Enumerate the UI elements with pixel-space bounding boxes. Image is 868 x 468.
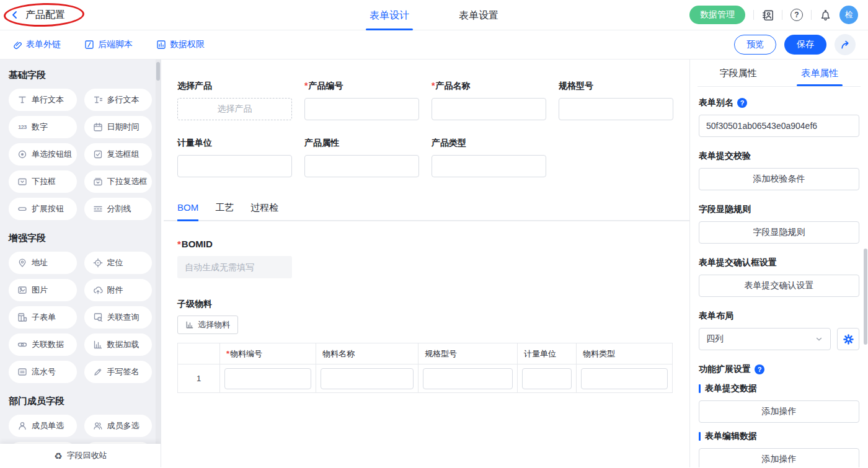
tab-工艺[interactable]: 工艺 <box>215 202 234 221</box>
inspector-button-表单提交确认设置[interactable]: 表单提交确认设置 <box>699 275 859 297</box>
divider-icon <box>93 204 103 214</box>
field-label-text: 产品名称 <box>435 81 470 91</box>
inspector-tab-字段属性[interactable]: 字段属性 <box>698 60 779 86</box>
palette-item-扩展按钮[interactable]: 扩展按钮 <box>9 198 77 220</box>
palette-item-下拉复选框[interactable]: 下拉复选框 <box>84 170 153 193</box>
palette-item-数据加载[interactable]: 数据加载 <box>84 333 153 356</box>
field-label-text: 产品编号 <box>308 81 343 91</box>
subtable-column-header: 物料类型 <box>577 343 673 364</box>
toolbar-link-表单外链[interactable]: 表单外链 <box>12 39 61 50</box>
breadcrumb[interactable]: 产品配置 <box>10 9 65 22</box>
header-tab-表单设计[interactable]: 表单设计 <box>367 0 412 30</box>
add-operation-button[interactable]: 添加操作 <box>699 400 859 423</box>
back-icon[interactable] <box>10 10 20 20</box>
help-icon[interactable]: ? <box>790 9 803 21</box>
palette-item-数字[interactable]: 123数字 <box>9 116 77 138</box>
palette-item-分割线[interactable]: 分割线 <box>84 198 153 220</box>
contacts-icon[interactable] <box>762 9 774 21</box>
cell-input-物料名称[interactable] <box>321 368 414 389</box>
palette-item-关联数据[interactable]: 关联数据 <box>9 333 77 356</box>
data-manage-button[interactable]: 数据管理 <box>689 6 745 24</box>
palette-item-多行文本[interactable]: 多行文本 <box>84 89 153 111</box>
field-label: 规格型号 <box>559 81 673 92</box>
header-tabs: 表单设计表单设置 <box>367 0 501 30</box>
chevron-down-icon <box>815 335 823 343</box>
toolbar-link-后端脚本[interactable]: 后端脚本 <box>84 39 133 50</box>
palette-item-label: 下拉复选框 <box>107 176 148 187</box>
palette-item-地址[interactable]: 地址 <box>9 252 77 274</box>
cell-input-物料类型[interactable] <box>581 368 668 389</box>
palette-item-下拉框[interactable]: 下拉框 <box>9 170 77 193</box>
palette-section-title: 增强字段 <box>9 232 152 244</box>
pick-material-button[interactable]: 选择物料 <box>177 316 238 334</box>
cell-input-规格型号[interactable] <box>423 368 513 389</box>
palette-item-流水号[interactable]: 流水号 <box>9 361 77 383</box>
field-palette-sidebar: 基础字段单行文本多行文本123数字日期时间单选按钮组复选框组下拉框下拉复选框扩展… <box>0 60 161 467</box>
field-input-产品属性[interactable] <box>304 155 419 177</box>
cell-input-计量单位[interactable] <box>522 368 572 389</box>
select-product-button[interactable]: 选择产品 <box>177 98 292 120</box>
field-input-产品名称[interactable] <box>432 98 546 120</box>
palette-item-label: 复选框组 <box>107 149 140 160</box>
inspector-tab-表单属性[interactable]: 表单属性 <box>779 60 861 86</box>
notification-bell-icon[interactable] <box>820 9 831 21</box>
tab-BOM[interactable]: BOM <box>177 202 198 221</box>
inspector-button-字段显隐规则[interactable]: 字段显隐规则 <box>699 221 859 244</box>
field-input-计量单位[interactable] <box>177 155 292 177</box>
palette-item-关联查询[interactable]: 关联查询 <box>84 306 153 329</box>
form-field-产品编号: *产品编号 <box>304 81 419 120</box>
section-title-text: 表单布局 <box>699 311 733 322</box>
layout-settings-button[interactable] <box>837 328 859 350</box>
cell-input-物料编号[interactable] <box>224 368 311 389</box>
divider <box>782 10 782 20</box>
share-button[interactable] <box>835 34 856 55</box>
palette-item-单选按钮组[interactable]: 单选按钮组 <box>9 143 77 166</box>
field-input-产品编号[interactable] <box>304 98 419 120</box>
material-subtable: *物料编号物料名称规格型号计量单位物料类型1 <box>177 343 673 393</box>
inspector-section-表单布局: 表单布局四列 <box>699 311 859 350</box>
field-recycle-bin[interactable]: ♻ 字段回收站 <box>0 444 161 467</box>
inspector-section-表单别名: 表单别名? <box>699 97 859 137</box>
form-canvas: 选择产品选择产品*产品编号*产品名称规格型号计量单位产品属性产品类型 BOM工艺… <box>161 60 690 467</box>
palette-item-复选框组[interactable]: 复选框组 <box>84 143 153 166</box>
inspector-scrollbar-thumb[interactable] <box>864 249 867 345</box>
inspector-button-添加校验条件[interactable]: 添加校验条件 <box>699 168 859 190</box>
field-input-产品类型[interactable] <box>432 155 546 177</box>
subtable-header-row: *物料编号物料名称规格型号计量单位物料类型 <box>178 343 673 364</box>
palette-item-成员多选[interactable]: 成员多选 <box>84 415 153 437</box>
save-button[interactable]: 保存 <box>784 35 826 55</box>
checkbox-icon <box>93 149 103 159</box>
help-icon[interactable]: ? <box>755 364 764 374</box>
palette-item-手写签名[interactable]: 手写签名 <box>84 361 153 383</box>
preview-button[interactable]: 预览 <box>734 35 776 55</box>
palette-item-定位[interactable]: 定位 <box>84 252 153 274</box>
field-label: *产品编号 <box>304 81 419 92</box>
palette-item-图片[interactable]: 图片 <box>9 279 77 301</box>
field-label: 计量单位 <box>177 138 292 149</box>
tab-过程检[interactable]: 过程检 <box>250 202 278 221</box>
add-operation-button[interactable]: 添加操作 <box>699 448 859 467</box>
palette-item-子表单[interactable]: 子表单 <box>9 306 77 329</box>
bomid-input[interactable] <box>177 256 292 278</box>
sidebar-scrollbar-thumb[interactable] <box>156 62 160 81</box>
palette-item-成员单选[interactable]: 成员单选 <box>9 415 77 437</box>
help-icon[interactable]: ? <box>737 98 747 108</box>
inspector-control: 表单提交确认设置 <box>699 275 859 297</box>
form-layout-select[interactable]: 四列 <box>699 328 831 350</box>
inspector-section-title: 表单提交确认框设置 <box>699 257 859 268</box>
toolbar-actions: 预览 保存 <box>734 34 856 55</box>
form-alias-input[interactable] <box>699 115 859 137</box>
field-input-规格型号[interactable] <box>559 98 673 120</box>
required-asterisk: * <box>177 239 181 249</box>
inspector-section-title: 字段显隐规则 <box>699 204 859 215</box>
header-tab-表单设置[interactable]: 表单设置 <box>456 0 501 30</box>
column-header-label: 计量单位 <box>524 349 556 358</box>
inspector-section-表单提交校验: 表单提交校验添加校验条件 <box>699 151 859 190</box>
palette-item-单行文本[interactable]: 单行文本 <box>9 89 77 111</box>
sidebar-scrollbar[interactable] <box>156 60 161 467</box>
toolbar-link-数据权限[interactable]: 数据权限 <box>156 39 205 50</box>
avatar[interactable]: 检 <box>839 6 858 24</box>
palette-item-日期时间[interactable]: 日期时间 <box>84 116 153 138</box>
gear-icon <box>843 334 854 345</box>
palette-item-附件[interactable]: 附件 <box>84 279 153 301</box>
